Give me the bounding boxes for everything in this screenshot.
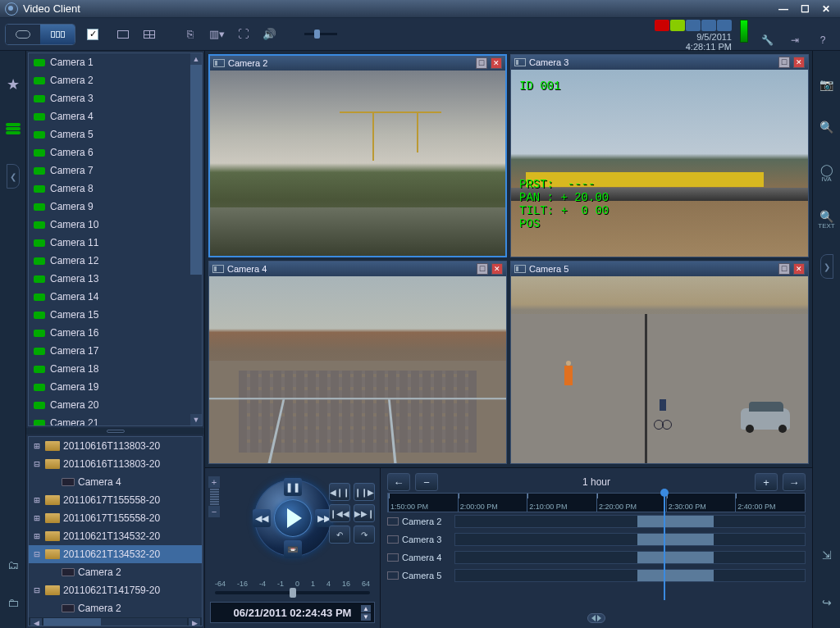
pane-close-button[interactable]: ✕ (491, 263, 503, 275)
audio-button[interactable]: 🔊 (259, 25, 279, 44)
pane-close-button[interactable]: ✕ (793, 57, 805, 68)
camera-list-item[interactable]: Camera 12 (29, 252, 190, 270)
timestamp-up[interactable]: ▲ (361, 605, 371, 612)
hscroll-left[interactable]: ◀ (30, 618, 42, 626)
expand-right-handle[interactable]: ❯ (820, 254, 833, 279)
zoom-in-button[interactable]: + (208, 476, 220, 488)
timeline-clip[interactable] (637, 570, 714, 581)
camera-list-scrollbar[interactable]: ▲ ▼ (190, 53, 202, 425)
recording-camera[interactable]: Camera 2 (29, 599, 202, 617)
bookmark-icon[interactable]: ⇲ (818, 546, 836, 564)
hscroll-right[interactable]: ▶ (189, 618, 200, 626)
devices-icon[interactable] (4, 120, 22, 138)
export-folder-icon[interactable]: 🗂 (4, 556, 22, 574)
logout-icon[interactable]: ⇥ (788, 33, 802, 48)
prev-clip-button[interactable]: ❙◀◀ (329, 504, 350, 522)
timeline-track[interactable] (454, 533, 806, 546)
camera-list-item[interactable]: Camera 9 (29, 198, 190, 216)
timeline-track[interactable] (454, 569, 806, 582)
panel-divider[interactable] (26, 428, 204, 435)
pane-close-button[interactable]: ✕ (793, 263, 805, 275)
timeline-ruler[interactable]: 1:50:00 PM2:00:00 PM2:10:00 PM2:20:00 PM… (387, 493, 806, 512)
volume-slider[interactable] (300, 25, 341, 44)
recording-folder[interactable]: ⊞20110617T155558-20 (29, 491, 202, 509)
pane-maximize-button[interactable]: ☐ (778, 263, 790, 275)
recording-camera[interactable]: Camera 4 (29, 473, 202, 491)
snapshot-folder-icon[interactable]: 🗀 (4, 594, 22, 612)
next-clip-button[interactable]: ▶▶❙ (354, 504, 375, 522)
search-motion-icon[interactable]: 🔍 (818, 118, 836, 136)
tree-toggle[interactable]: ⊟ (32, 458, 42, 470)
tree-hscrollbar[interactable]: ◀ ▶ (29, 617, 202, 626)
snapshot-icon[interactable]: 📷 (818, 75, 836, 93)
camera-list-item[interactable]: Camera 2 (29, 71, 190, 89)
recording-folder[interactable]: ⊞20110616T113803-20 (29, 437, 202, 455)
camera-list-item[interactable]: Camera 18 (29, 360, 190, 378)
tree-toggle[interactable]: ⊟ (32, 585, 42, 596)
video-pane[interactable]: Camera 4☐✕ (208, 261, 507, 464)
timeline-trim-handle[interactable] (384, 613, 809, 625)
recording-folder[interactable]: ⊞20110617T155558-20 (29, 509, 202, 527)
camera-list-item[interactable]: Camera 4 (29, 107, 190, 125)
step-fwd-button[interactable]: ❙❙▶ (354, 483, 375, 501)
camera-list-item[interactable]: Camera 10 (29, 216, 190, 234)
camera-list-item[interactable]: Camera 21 (29, 414, 190, 426)
timeline-next-button[interactable]: → (783, 473, 806, 491)
zoom-stepper[interactable]: + − (208, 476, 220, 517)
camera-list-item[interactable]: Camera 13 (29, 270, 190, 288)
undo-button[interactable]: ↶ (329, 526, 350, 544)
expand-left-handle[interactable]: ❮ (7, 164, 20, 189)
recording-folder[interactable]: ⊞20110621T134532-20 (29, 527, 202, 545)
camera-list-item[interactable]: Camera 1 (29, 53, 190, 71)
recording-folder[interactable]: ⊟20110621T134532-20 (29, 545, 202, 563)
timestamp-down[interactable]: ▼ (361, 613, 371, 621)
zoom-out-button[interactable]: − (208, 506, 220, 517)
timeline-track[interactable] (454, 551, 806, 564)
play-button[interactable] (274, 499, 312, 537)
pause-button[interactable]: ❚❚ (284, 478, 302, 496)
help-icon[interactable]: ? (815, 33, 830, 48)
rewind-button[interactable]: ◀◀ (253, 509, 271, 527)
layout-single-button[interactable] (113, 25, 133, 44)
camera-list-item[interactable]: Camera 17 (29, 342, 190, 360)
timeline-zoomin-button[interactable]: + (755, 473, 778, 491)
tree-toggle[interactable]: ⊞ (32, 494, 42, 506)
camera-list-item[interactable]: Camera 14 (29, 288, 190, 306)
speed-slider[interactable] (215, 591, 370, 594)
camera-list-item[interactable]: Camera 3 (29, 89, 190, 107)
pane-close-button[interactable]: ✕ (491, 57, 502, 69)
stop-button[interactable]: 📼 (284, 540, 302, 558)
jog-wheel[interactable]: ❚❚ ◀◀ ▶▶ 📼 (254, 480, 331, 557)
timeline-clip[interactable] (637, 534, 714, 545)
camera-list-item[interactable]: Camera 19 (29, 378, 190, 396)
tree-toggle[interactable]: ⊞ (32, 530, 42, 542)
close-button[interactable]: ✕ (817, 2, 835, 16)
settings-icon[interactable]: 🔧 (760, 33, 774, 48)
live-mode-button[interactable] (6, 25, 40, 44)
camera-list-item[interactable]: Camera 6 (29, 143, 190, 162)
video-pane[interactable]: Camera 5☐✕ (510, 261, 809, 464)
camera-list-item[interactable]: Camera 15 (29, 306, 190, 324)
playback-mode-button[interactable] (40, 25, 75, 44)
sync-checkbox[interactable] (87, 29, 98, 40)
tree-toggle[interactable]: ⊞ (32, 512, 42, 524)
recording-camera[interactable]: Camera 2 (29, 563, 202, 581)
recording-folder[interactable]: ⊟20110616T113803-20 (29, 455, 202, 473)
maximize-button[interactable]: ☐ (796, 2, 814, 16)
layout-menu-button[interactable]: ▥▾ (207, 25, 226, 44)
tree-toggle[interactable]: ⊞ (32, 440, 42, 452)
redo-button[interactable]: ↷ (354, 526, 375, 544)
timeline-clip[interactable] (637, 552, 714, 563)
timeline-prev-button[interactable]: ← (387, 473, 410, 491)
camera-list-item[interactable]: Camera 16 (29, 324, 190, 342)
sequence-button[interactable]: ⎘ (180, 25, 200, 44)
recording-folder[interactable]: ⊟20110621T141759-20 (29, 581, 202, 599)
scroll-down-button[interactable]: ▼ (190, 414, 202, 425)
timeline-clip[interactable] (637, 516, 714, 527)
video-pane[interactable]: Camera 3☐✕ID 001PRST: ---- PAN : + 20.00… (510, 54, 809, 257)
favorites-icon[interactable] (4, 75, 22, 93)
scroll-up-button[interactable]: ▲ (190, 53, 202, 65)
camera-list-item[interactable]: Camera 11 (29, 234, 190, 252)
timeline-track[interactable] (454, 515, 806, 528)
step-back-button[interactable]: ◀❙❙ (329, 483, 350, 501)
